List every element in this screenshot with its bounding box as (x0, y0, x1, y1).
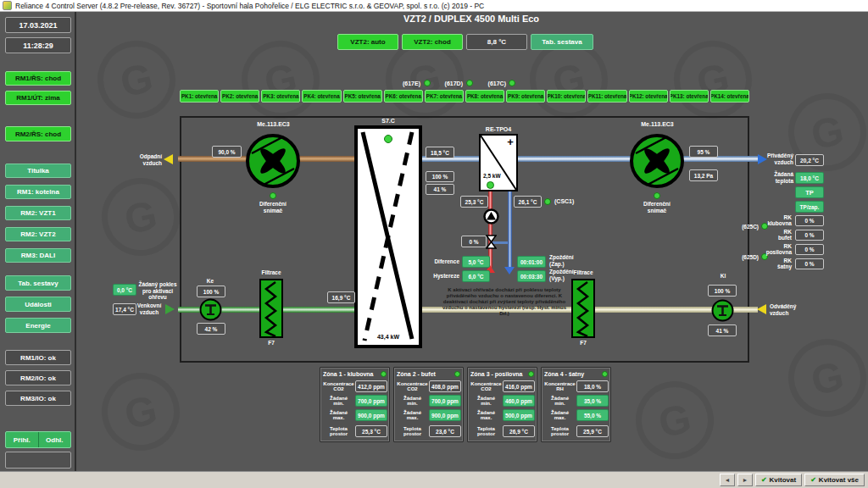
sidebar-nav-button[interactable]: Titulka (5, 164, 71, 178)
zone-temp-value: 26,9 °C (503, 425, 535, 437)
sidebar-report-button[interactable]: Události (5, 297, 71, 312)
rk-damper-value: 0 % (795, 244, 824, 255)
pump-icon[interactable] (483, 208, 499, 225)
io-status-button[interactable]: RM2/IO: ok (5, 370, 71, 385)
sidebar-report-button[interactable]: Tab. sestavy (5, 275, 71, 291)
run-status-button[interactable]: RM2/ŘS: chod (5, 126, 71, 141)
run-status-button[interactable]: RM1/ŘS: chod (5, 71, 71, 86)
sidebar-nav-button[interactable]: RM2: VZT2 (5, 227, 71, 241)
hysteresis-label: Hystereze (422, 273, 459, 280)
scroll-left-button[interactable]: ◄ (720, 474, 735, 486)
exhaust-fan-icon[interactable] (245, 133, 301, 189)
pump-tag-label: (CSC1) (554, 198, 585, 205)
pk-valve-button[interactable]: PK3: otevřena (261, 90, 300, 103)
sidebar-divider (75, 12, 76, 471)
io-status-group: RM1/IO: okRM2/IO: okRM3/IO: ok (5, 350, 71, 406)
pk-valve-button[interactable]: PK2: otevřena (220, 90, 259, 103)
zone-max-setpoint[interactable]: 500,0 ppm (503, 409, 535, 421)
tp-on-button[interactable]: TP/zap. (795, 201, 824, 213)
check-icon: ✔ (761, 476, 767, 484)
outdoor-air-label: Venkovní vzduch (134, 302, 164, 315)
heater-name: RE-TPO4 (478, 126, 519, 133)
zone-max-label: Žádané max. (396, 410, 429, 421)
window-title: Reliance 4 Control Server (4.8.2 Pre-rel… (15, 2, 484, 10)
return-damper-icon[interactable] (711, 299, 734, 322)
pk-valve-button[interactable]: PK8: otevřena (465, 90, 504, 103)
sidebar-nav-button[interactable]: RM1: kotelna (5, 185, 71, 199)
pk-valve-button[interactable]: PK9: otevřena (506, 90, 545, 103)
sidebar-nav-button[interactable]: RM2: VZT1 (5, 206, 71, 220)
zone-min-setpoint[interactable]: 35,0 % (576, 395, 609, 407)
zone-min-setpoint[interactable]: 700,0 ppm (429, 395, 461, 407)
supply-fan-icon[interactable] (629, 133, 685, 189)
acknowledge-button[interactable]: ✔ Kvitovat (755, 474, 802, 486)
zone-concentration-value: 412,0 ppm (355, 380, 387, 392)
logout-button[interactable]: Odhl. (39, 432, 71, 447)
heating-drop-setpoint[interactable]: 0,0 °C (113, 284, 136, 296)
exhaust-air-label: Odpadní vzduch (131, 153, 162, 166)
zone-max-setpoint[interactable]: 900,0 ppm (429, 409, 461, 421)
pk-valve-button[interactable]: PK4: otevřena (302, 90, 341, 103)
zone-min-setpoint[interactable]: 700,0 ppm (355, 395, 387, 407)
vzt2-state-button[interactable]: VZT2: chod (402, 34, 463, 50)
zone-concentration-label: Koncentrace CO2 (470, 381, 503, 392)
watermark-logo: G (234, 33, 326, 125)
zone-max-setpoint[interactable]: 55,0 % (576, 409, 609, 421)
pk-valve-button[interactable]: PK1: otevřena (180, 90, 219, 103)
setpoint-temp-value[interactable]: 18,0 °C (795, 172, 824, 184)
hysteresis-setpoint[interactable]: 6,0 °C (462, 270, 490, 282)
extract-air-label: Odváděný vzduch (770, 303, 805, 316)
pk-valve-button[interactable]: PK13: otevřena (670, 90, 709, 103)
vzt2-mode-button[interactable]: VZT2: auto (337, 34, 398, 50)
tp-button[interactable]: TP (795, 186, 824, 198)
zone-max-setpoint[interactable]: 900,0 ppm (355, 409, 387, 421)
watermark-logo: G (666, 33, 759, 125)
recuperator-bypass-pos: 100 % (426, 171, 454, 182)
scroll-right-button[interactable]: ► (737, 474, 753, 486)
pk-valve-button[interactable]: PK6: otevřena (384, 90, 423, 103)
pk-valve-button[interactable]: PK10: otevřena (547, 90, 586, 103)
return-water-pipe (508, 191, 512, 268)
delay-off-setpoint[interactable]: 00:03:30 (517, 270, 546, 282)
recuperator-body[interactable]: 43,4 kW (354, 125, 422, 348)
supply-fan-power: 95 % (689, 146, 718, 158)
return-filter-icon[interactable] (571, 279, 595, 338)
pk-valve-button[interactable]: PK5: otevřena (343, 90, 382, 103)
acknowledge-all-button[interactable]: ✔ Kvitovat vše (804, 474, 865, 486)
report-button[interactable]: Tab. sestava (531, 34, 593, 50)
login-logout-group: Přihl. Odhl. (5, 431, 71, 448)
pk-valve-button[interactable]: PK12: otevřena (629, 90, 668, 103)
watermark-logo: G (781, 331, 868, 424)
rk-damper-value: 0 % (795, 230, 824, 241)
pk-valve-button[interactable]: PK11: otevřena (587, 90, 626, 103)
difference-setpoint[interactable]: 5,0 °C (462, 256, 490, 268)
login-button[interactable]: Přihl. (6, 432, 39, 447)
io-status-button[interactable]: RM1/IO: ok (5, 350, 71, 365)
zone-temp-label: Teplota prostor (322, 426, 355, 437)
pk-valve-button[interactable]: PK14: otevřena (710, 90, 749, 103)
temp-after-recuperator: 18,5 °C (426, 147, 454, 158)
zone-temp-label: Teplota prostor (543, 426, 576, 437)
heater-note-text: K aktivaci ohřívače dochází při poklesu … (439, 287, 570, 317)
run-status-button[interactable]: RM1/ÚT: zima (5, 91, 71, 105)
zone-min-label: Žádané min. (322, 396, 355, 407)
valve-icon[interactable] (486, 235, 497, 249)
sidebar-report-button[interactable]: Energie (5, 318, 71, 333)
zone-min-setpoint[interactable]: 460,0 ppm (503, 395, 535, 407)
watermark-logo: G (90, 33, 182, 125)
intake-damper-icon[interactable] (199, 298, 222, 321)
watermark-logo: G (628, 374, 721, 466)
delay-on-setpoint[interactable]: 00:01:00 (517, 256, 546, 268)
pk-valve-button[interactable]: PK7: otevřena (425, 90, 464, 103)
heater-body[interactable]: + 2,5 kW (479, 134, 518, 191)
io-status-button[interactable]: RM3/IO: ok (5, 391, 71, 406)
zone-temp-value: 25,3 °C (355, 425, 387, 437)
sidebar-nav-button[interactable]: RM3: DALI (5, 248, 71, 263)
water-out-temp: 26,1 °C (514, 196, 542, 208)
zone-title: Zóna 2 - bufet (397, 371, 436, 377)
exhaust-air-arrow (164, 154, 173, 164)
indicator-label-617e: (617E) (395, 80, 420, 87)
zone-title: Zóna 1 - klubovna (323, 371, 374, 377)
watermark-logo: G (94, 365, 186, 458)
intake-filter-icon[interactable] (259, 279, 283, 338)
